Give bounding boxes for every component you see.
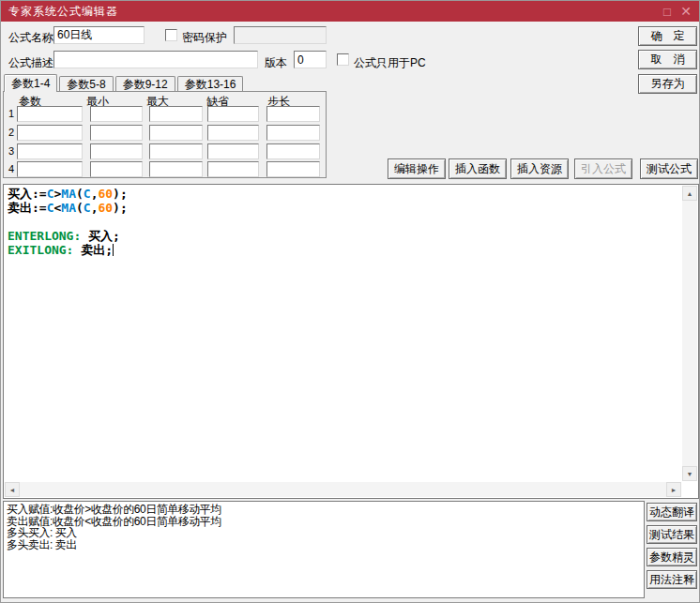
param-cell-r2c4[interactable] xyxy=(207,125,259,141)
scroll-up-icon[interactable]: ▲ xyxy=(682,186,697,201)
formula-name-label: 公式名称 xyxy=(8,30,53,46)
translation-line-2: 卖出赋值:收盘价<收盘价的60日简单移动平均 xyxy=(7,516,641,528)
code-line-4[interactable]: ENTERLONG: 买入; xyxy=(8,229,679,243)
param-cell-r3c4[interactable] xyxy=(207,143,259,159)
code-segment: 60 xyxy=(98,201,113,215)
tab-param-1[interactable]: 参数1-4 xyxy=(4,74,57,92)
param-cell-r4c4[interactable] xyxy=(207,161,259,177)
horizontal-scrollbar[interactable]: ◄ ► xyxy=(5,482,681,497)
param-cell-r2c2[interactable] xyxy=(90,125,143,141)
code-segment: 60 xyxy=(98,187,113,201)
param-cell-r3c5[interactable] xyxy=(266,143,320,159)
pc-only-label: 公式只用于PC xyxy=(354,55,426,71)
formula-name-input[interactable] xyxy=(53,26,145,44)
version-label: 版本 xyxy=(265,55,287,71)
code-segment: MA xyxy=(61,201,76,215)
param-cell-r3c3[interactable] xyxy=(149,143,203,159)
cancel-button[interactable]: 取 消 xyxy=(638,50,697,69)
test-result-button[interactable]: 测试结果 xyxy=(647,525,697,544)
scroll-right-icon[interactable]: ► xyxy=(666,482,681,497)
code-segment: ( xyxy=(76,201,84,215)
translation-line-3: 多头买入: 买入 xyxy=(7,527,641,539)
save-as-button[interactable]: 另存为 xyxy=(638,74,697,94)
param-cell-r1c3[interactable] xyxy=(149,106,203,122)
password-protect-checkbox[interactable] xyxy=(165,29,177,41)
param-row-number: 4 xyxy=(8,163,14,174)
translation-line-4: 多头卖出: 卖出 xyxy=(7,539,641,551)
ok-button[interactable]: 确 定 xyxy=(638,26,697,46)
param-cell-r3c1[interactable] xyxy=(17,143,83,159)
password-input xyxy=(234,26,327,44)
code-segment: EXITLONG: xyxy=(8,243,73,257)
param-row-number: 2 xyxy=(8,127,14,138)
code-line-3[interactable] xyxy=(8,215,679,229)
code-segment: ); xyxy=(113,201,128,215)
dynamic-translate-button[interactable]: 动态翻译 xyxy=(647,503,697,521)
scroll-down-icon[interactable]: ▼ xyxy=(682,466,697,481)
param-row-number: 3 xyxy=(8,145,14,157)
action-button-4: 引入公式 xyxy=(574,158,632,179)
action-button-3[interactable]: 插入资源 xyxy=(510,158,569,179)
param-cell-r4c1[interactable] xyxy=(17,161,83,177)
window-title: 专家系统公式编辑器 xyxy=(1,4,658,20)
tab-param-4[interactable]: 参数13-16 xyxy=(177,76,244,92)
code-segment: C xyxy=(84,201,91,215)
code-line-5[interactable]: EXITLONG: 卖出; xyxy=(8,243,679,257)
scroll-left-icon[interactable]: ◄ xyxy=(5,482,20,497)
param-cell-r1c5[interactable] xyxy=(266,106,320,122)
param-cell-r2c1[interactable] xyxy=(17,125,83,141)
action-button-1[interactable]: 编辑操作 xyxy=(388,158,446,179)
usage-notes-button[interactable]: 用法注释 xyxy=(647,570,697,589)
code-segment: 买入; xyxy=(81,229,120,243)
code-segment: 买入:= xyxy=(8,187,47,201)
code-segment: 卖出:= xyxy=(8,201,47,215)
param-cell-r4c5[interactable] xyxy=(266,161,320,177)
tab-param-2[interactable]: 参数5-8 xyxy=(59,76,113,92)
param-cell-r3c2[interactable] xyxy=(90,143,143,159)
param-cell-r1c2[interactable] xyxy=(90,106,143,122)
formula-editor-window: 专家系统公式编辑器 □ ✕ 公式名称 密码保护 公式描述 版本 公式只用于PC … xyxy=(0,0,700,603)
title-bar: 专家系统公式编辑器 □ ✕ xyxy=(1,1,699,22)
param-cell-r2c3[interactable] xyxy=(149,125,203,141)
pc-only-checkbox[interactable] xyxy=(337,53,349,66)
maximize-icon[interactable]: □ xyxy=(658,1,677,22)
code-text[interactable]: 买入:=C>MA(C,60);卖出:=C<MA(C,60);ENTERLONG:… xyxy=(8,187,679,257)
formula-desc-input[interactable] xyxy=(53,51,258,68)
param-cell-r4c2[interactable] xyxy=(90,161,143,177)
code-line-1[interactable]: 买入:=C>MA(C,60); xyxy=(8,187,679,201)
param-cell-r2c5[interactable] xyxy=(266,125,320,141)
param-row-number: 1 xyxy=(8,108,14,119)
code-line-2[interactable]: 卖出:=C<MA(C,60); xyxy=(8,201,679,215)
action-button-2[interactable]: 插入函数 xyxy=(449,158,507,179)
code-editor[interactable]: 买入:=C>MA(C,60);卖出:=C<MA(C,60);ENTERLONG:… xyxy=(3,184,699,499)
param-cell-r1c1[interactable] xyxy=(17,106,83,122)
close-icon[interactable]: ✕ xyxy=(677,1,695,22)
param-table: 参数最小最大缺省步长1234 xyxy=(3,91,327,178)
tab-param-3[interactable]: 参数9-12 xyxy=(115,76,175,92)
param-wizard-button[interactable]: 参数精灵 xyxy=(647,548,697,566)
translation-line-1: 买入赋值:收盘价>收盘价的60日简单移动平均 xyxy=(7,504,641,516)
code-segment: 卖出; xyxy=(73,243,113,257)
vertical-scrollbar[interactable]: ▲ ▼ xyxy=(682,186,697,481)
text-caret xyxy=(113,244,114,256)
code-segment: ); xyxy=(113,187,128,201)
code-segment: ( xyxy=(76,187,84,201)
code-segment: MA xyxy=(61,187,76,201)
action-button-5[interactable]: 测试公式 xyxy=(640,158,698,179)
code-segment: C xyxy=(84,187,91,201)
password-protect-label: 密码保护 xyxy=(182,30,227,46)
code-segment: ENTERLONG: xyxy=(8,229,81,243)
version-input[interactable] xyxy=(294,51,327,68)
formula-desc-label: 公式描述 xyxy=(8,55,53,71)
param-cell-r1c4[interactable] xyxy=(207,106,259,122)
translation-panel: 买入赋值:收盘价>收盘价的60日简单移动平均卖出赋值:收盘价<收盘价的60日简单… xyxy=(3,501,645,598)
param-cell-r4c3[interactable] xyxy=(149,161,203,177)
param-tabs: 参数1-4参数5-8参数9-12参数13-16 xyxy=(4,74,245,92)
